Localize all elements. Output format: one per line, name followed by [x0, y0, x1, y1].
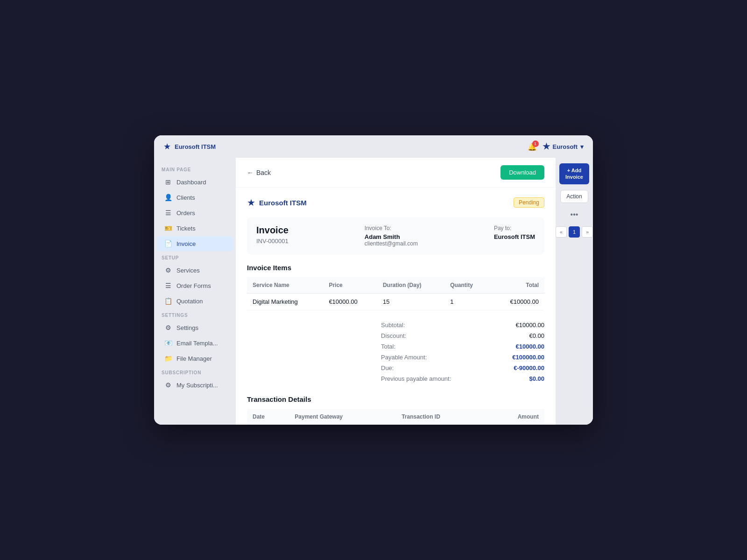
- sidebar-item-label: Tickets: [176, 225, 196, 232]
- sidebar-item-label: My Subscripti...: [176, 382, 218, 389]
- total-value: €10000.00: [516, 343, 544, 350]
- sidebar-item-order-forms[interactable]: ☰ Order Forms: [157, 278, 233, 293]
- invoice-header-bar: ← Back Download: [236, 158, 556, 188]
- totals-section: Subtotal: €10000.00 Discount: €0.00 Tota…: [381, 320, 544, 384]
- add-invoice-button[interactable]: + Add Invoice: [559, 163, 589, 184]
- cell-total: €10000.00: [490, 294, 544, 310]
- sidebar-item-label: Services: [176, 267, 200, 274]
- invoice-items-table: Service Name Price Duration (Day) Quanti…: [247, 277, 544, 310]
- col-amount: Amount: [486, 409, 544, 425]
- payable-amount-row: Payable Amount: €100000.00: [381, 352, 544, 363]
- table-row: Digital Marketing €10000.00 15 1 €10000.…: [247, 294, 544, 310]
- subtotal-row: Subtotal: €10000.00: [381, 320, 544, 330]
- invoice-info-section: Invoice INV-000001 Invoice To: Adam Smit…: [247, 217, 544, 254]
- sidebar-item-services[interactable]: ⚙ Services: [157, 263, 233, 278]
- invoice-icon: 📄: [164, 240, 172, 247]
- chevron-down-icon: ▾: [580, 143, 584, 150]
- back-button[interactable]: ← Back: [247, 169, 271, 176]
- email-templates-icon: 📧: [164, 339, 172, 347]
- items-section-title: Invoice Items: [247, 264, 544, 272]
- app-logo-icon: ★: [163, 141, 171, 152]
- sidebar-item-clients[interactable]: 👤 Clients: [157, 190, 233, 205]
- col-total: Total: [490, 277, 544, 294]
- invoice-body: ★ Eurosoft ITSM Pending Invoice INV-0000…: [236, 188, 556, 425]
- pay-to-label: Pay to:: [494, 225, 535, 231]
- notification-badge: 1: [532, 140, 539, 147]
- payable-amount-label: Payable Amount:: [381, 354, 427, 361]
- sidebar-item-tickets[interactable]: 🎫 Tickets: [157, 221, 233, 236]
- top-bar-right: 🔔 1 ★ Eurosoft ▾: [528, 141, 584, 152]
- subtotal-label: Subtotal:: [381, 322, 405, 329]
- status-badge: Pending: [514, 197, 544, 208]
- right-panel: + Add Invoice Action ••• « 1 »: [556, 158, 593, 425]
- sidebar-section-setup: SETUP ⚙ Services ☰ Order Forms 📋 Quotati…: [154, 252, 236, 308]
- sidebar-item-email-templates[interactable]: 📧 Email Templa...: [157, 336, 233, 350]
- next-page-button[interactable]: »: [582, 226, 593, 238]
- clients-icon: 👤: [164, 194, 172, 201]
- dashboard-icon: ⊞: [164, 178, 172, 186]
- sidebar-section-label-subscription: SUBSCRIPTION: [154, 366, 236, 377]
- top-bar: ★ Eurosoft ITSM 🔔 1 ★ Eurosoft ▾: [154, 135, 593, 158]
- cell-quantity: 1: [444, 294, 490, 310]
- payable-amount-value: €100000.00: [512, 354, 544, 361]
- sidebar-item-dashboard[interactable]: ⊞ Dashboard: [157, 175, 233, 189]
- col-quantity: Quantity: [444, 277, 490, 294]
- pagination: « 1 »: [556, 226, 593, 238]
- transaction-header-row: Date Payment Gateway Transaction ID Amou…: [247, 409, 544, 425]
- sidebar-item-my-subscription[interactable]: ⚙ My Subscripti...: [157, 378, 233, 392]
- sidebar-item-settings[interactable]: ⚙ Settings: [157, 320, 233, 335]
- sidebar-item-label: Email Templa...: [176, 340, 218, 347]
- subtotal-value: €10000.00: [516, 322, 544, 329]
- sidebar-item-quotation[interactable]: 📋 Quotation: [157, 294, 233, 308]
- sidebar-item-label: Orders: [176, 210, 195, 217]
- prev-payable-value: $0.00: [529, 375, 544, 382]
- sidebar-item-label: Clients: [176, 194, 195, 201]
- invoice-title-block: Invoice INV-000001: [256, 225, 289, 245]
- due-row: Due: €-90000.00: [381, 363, 544, 373]
- col-transaction-id: Transaction ID: [396, 409, 486, 425]
- back-arrow-icon: ←: [247, 169, 254, 176]
- cell-price: €10000.00: [323, 294, 377, 310]
- settings-icon: ⚙: [164, 324, 172, 331]
- sidebar-section-label-settings: SETTINGS: [154, 309, 236, 320]
- sidebar-section-label-setup: SETUP: [154, 252, 236, 262]
- more-options-button[interactable]: •••: [569, 209, 580, 221]
- cell-service-name: Digital Marketing: [247, 294, 323, 310]
- col-payment-gateway: Payment Gateway: [289, 409, 396, 425]
- prev-payable-label: Previous payable amount:: [381, 375, 451, 382]
- sidebar-item-invoice[interactable]: 📄 Invoice: [157, 236, 233, 251]
- current-page-button[interactable]: 1: [569, 226, 580, 238]
- download-button[interactable]: Download: [500, 165, 544, 180]
- prev-page-button[interactable]: «: [556, 226, 567, 238]
- pay-to-name: Eurosoft ITSM: [494, 233, 535, 240]
- discount-label: Discount:: [381, 332, 406, 339]
- sidebar-section-settings: SETTINGS ⚙ Settings 📧 Email Templa... 📁 …: [154, 309, 236, 366]
- sidebar-section-main: MAIN PAGE ⊞ Dashboard 👤 Clients ☰ Orders…: [154, 163, 236, 251]
- due-value: €-90000.00: [514, 364, 544, 371]
- subscription-icon: ⚙: [164, 381, 172, 389]
- services-icon: ⚙: [164, 266, 172, 274]
- sidebar-section-label-main: MAIN PAGE: [154, 163, 236, 174]
- user-menu[interactable]: ★ Eurosoft ▾: [543, 141, 584, 152]
- invoice-title: Invoice: [256, 225, 289, 236]
- order-forms-icon: ☰: [164, 282, 172, 289]
- user-name: Eurosoft: [553, 143, 578, 150]
- sidebar-item-orders[interactable]: ☰ Orders: [157, 205, 233, 220]
- quotation-icon: 📋: [164, 297, 172, 305]
- invoice-to-label: Invoice To:: [365, 225, 418, 231]
- sidebar: MAIN PAGE ⊞ Dashboard 👤 Clients ☰ Orders…: [154, 158, 236, 425]
- transaction-section: Transaction Details Date Payment Gateway…: [247, 395, 544, 425]
- col-service-name: Service Name: [247, 277, 323, 294]
- tickets-icon: 🎫: [164, 224, 172, 232]
- app-title: Eurosoft ITSM: [175, 143, 216, 150]
- notification-bell[interactable]: 🔔 1: [528, 142, 537, 151]
- invoice-content: ← Back Download ★ Eurosoft ITSM Pending: [236, 158, 556, 425]
- discount-value: €0.00: [529, 332, 544, 339]
- sidebar-item-label: Settings: [176, 324, 198, 331]
- sidebar-item-label: Quotation: [176, 298, 203, 305]
- sidebar-item-file-manager[interactable]: 📁 File Manager: [157, 351, 233, 366]
- total-row: Total: €10000.00: [381, 341, 544, 352]
- action-button[interactable]: Action: [560, 190, 588, 203]
- back-label: Back: [256, 169, 271, 176]
- app-brand: ★ Eurosoft ITSM: [163, 141, 216, 152]
